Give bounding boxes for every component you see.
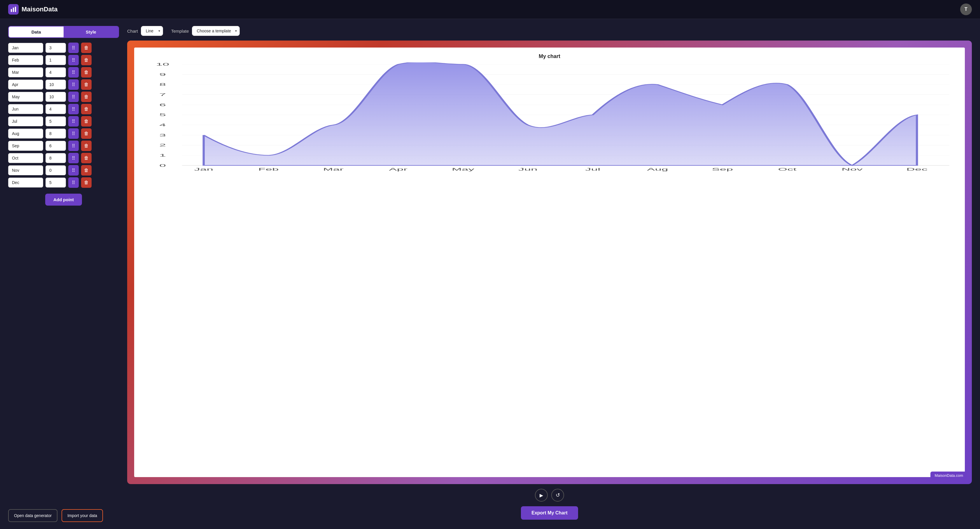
- drag-handle-button[interactable]: ⠿: [68, 177, 79, 188]
- tab-style[interactable]: Style: [64, 27, 118, 37]
- delete-row-button[interactable]: 🗑: [81, 128, 92, 139]
- drag-handle-button[interactable]: ⠿: [68, 153, 79, 163]
- add-point-button[interactable]: Add point: [45, 194, 82, 206]
- delete-row-button[interactable]: 🗑: [81, 141, 92, 151]
- delete-row-button[interactable]: 🗑: [81, 55, 92, 65]
- delete-row-button[interactable]: 🗑: [81, 79, 92, 90]
- left-panel: Data Style ⠿🗑⠿🗑⠿🗑⠿🗑⠿🗑⠿🗑⠿🗑⠿🗑⠿🗑⠿🗑⠿🗑⠿🗑 Add …: [8, 26, 119, 522]
- drag-handle-button[interactable]: ⠿: [68, 79, 79, 90]
- import-data-button[interactable]: Import your data: [62, 509, 103, 522]
- chart-wrapper: My chart 0 1 2 3 4 5 6 7 8 9 10: [127, 41, 972, 484]
- delete-row-button[interactable]: 🗑: [81, 116, 92, 127]
- delete-icon: 🗑: [84, 168, 89, 173]
- delete-row-button[interactable]: 🗑: [81, 165, 92, 176]
- table-row: ⠿🗑: [8, 67, 119, 78]
- svg-text:Apr: Apr: [389, 167, 407, 171]
- row-label-input[interactable]: [8, 55, 43, 65]
- play-icon: ▶: [539, 492, 543, 498]
- row-value-input[interactable]: [46, 43, 66, 53]
- drag-handle-button[interactable]: ⠿: [68, 67, 79, 78]
- drag-icon: ⠿: [72, 156, 76, 161]
- drag-handle-button[interactable]: ⠿: [68, 165, 79, 176]
- row-value-input[interactable]: [46, 79, 66, 89]
- chart-type-wrapper: Line Bar Area: [141, 26, 163, 36]
- delete-icon: 🗑: [84, 180, 89, 185]
- drag-handle-button[interactable]: ⠿: [68, 43, 79, 53]
- svg-text:Nov: Nov: [842, 167, 862, 171]
- row-value-input[interactable]: [46, 153, 66, 163]
- export-chart-button[interactable]: Export My Chart: [521, 506, 578, 519]
- svg-text:Sep: Sep: [712, 167, 733, 171]
- drag-handle-button[interactable]: ⠿: [68, 128, 79, 139]
- row-label-input[interactable]: [8, 43, 43, 53]
- drag-handle-button[interactable]: ⠿: [68, 92, 79, 102]
- row-label-input[interactable]: [8, 92, 43, 102]
- svg-text:8: 8: [159, 83, 166, 86]
- chart-type-select[interactable]: Line Bar Area: [141, 26, 163, 36]
- drag-icon: ⠿: [72, 143, 76, 149]
- drag-handle-button[interactable]: ⠿: [68, 55, 79, 65]
- row-label-input[interactable]: [8, 129, 43, 138]
- template-select[interactable]: Choose a template: [192, 26, 240, 36]
- row-value-input[interactable]: [46, 141, 66, 151]
- table-row: ⠿🗑: [8, 92, 119, 102]
- row-label-input[interactable]: [8, 178, 43, 187]
- row-label-input[interactable]: [8, 79, 43, 89]
- logo-icon: [8, 4, 19, 14]
- tab-data[interactable]: Data: [9, 27, 64, 37]
- row-label-input[interactable]: [8, 67, 43, 77]
- delete-row-button[interactable]: 🗑: [81, 153, 92, 163]
- row-value-input[interactable]: [46, 165, 66, 175]
- svg-text:9: 9: [159, 73, 166, 76]
- svg-text:2: 2: [159, 143, 166, 147]
- svg-rect-1: [13, 8, 14, 12]
- play-button[interactable]: ▶: [535, 489, 548, 502]
- delete-icon: 🗑: [84, 143, 89, 148]
- svg-text:0: 0: [159, 164, 166, 167]
- row-value-input[interactable]: [46, 104, 66, 114]
- svg-text:5: 5: [159, 113, 166, 117]
- template-control: Template Choose a template: [171, 26, 240, 36]
- delete-row-button[interactable]: 🗑: [81, 177, 92, 188]
- watermark: MaisonData.com: [931, 472, 967, 480]
- drag-handle-button[interactable]: ⠿: [68, 116, 79, 127]
- table-row: ⠿🗑: [8, 104, 119, 114]
- drag-icon: ⠿: [72, 94, 76, 100]
- drag-icon: ⠿: [72, 70, 76, 75]
- row-value-input[interactable]: [46, 67, 66, 77]
- row-label-input[interactable]: [8, 141, 43, 151]
- replay-button[interactable]: ↺: [551, 489, 564, 502]
- table-row: ⠿🗑: [8, 116, 119, 127]
- table-row: ⠿🗑: [8, 153, 119, 163]
- svg-text:Jun: Jun: [518, 167, 538, 171]
- template-wrapper: Choose a template: [192, 26, 240, 36]
- chart-title: My chart: [139, 53, 960, 59]
- svg-text:Jan: Jan: [194, 167, 213, 171]
- open-generator-button[interactable]: Open data generator: [8, 509, 57, 522]
- row-label-input[interactable]: [8, 153, 43, 163]
- svg-text:May: May: [452, 167, 474, 171]
- row-label-input[interactable]: [8, 104, 43, 114]
- row-value-input[interactable]: [46, 92, 66, 102]
- delete-row-button[interactable]: 🗑: [81, 104, 92, 114]
- row-label-input[interactable]: [8, 165, 43, 175]
- row-value-input[interactable]: [46, 129, 66, 138]
- drag-icon: ⠿: [72, 119, 76, 124]
- row-value-input[interactable]: [46, 178, 66, 187]
- export-row: Export My Chart: [127, 506, 972, 522]
- svg-text:1: 1: [159, 153, 166, 157]
- row-value-input[interactable]: [46, 55, 66, 65]
- drag-handle-button[interactable]: ⠿: [68, 141, 79, 151]
- delete-row-button[interactable]: 🗑: [81, 67, 92, 78]
- drag-handle-button[interactable]: ⠿: [68, 104, 79, 114]
- row-value-input[interactable]: [46, 116, 66, 126]
- playback-row: ▶ ↺: [127, 489, 972, 502]
- row-label-input[interactable]: [8, 116, 43, 126]
- delete-icon: 🗑: [84, 70, 89, 75]
- svg-rect-2: [15, 7, 16, 12]
- table-row: ⠿🗑: [8, 165, 119, 176]
- avatar[interactable]: T: [960, 3, 972, 15]
- delete-row-button[interactable]: 🗑: [81, 43, 92, 53]
- delete-row-button[interactable]: 🗑: [81, 92, 92, 102]
- header: MaisonData T: [0, 0, 980, 19]
